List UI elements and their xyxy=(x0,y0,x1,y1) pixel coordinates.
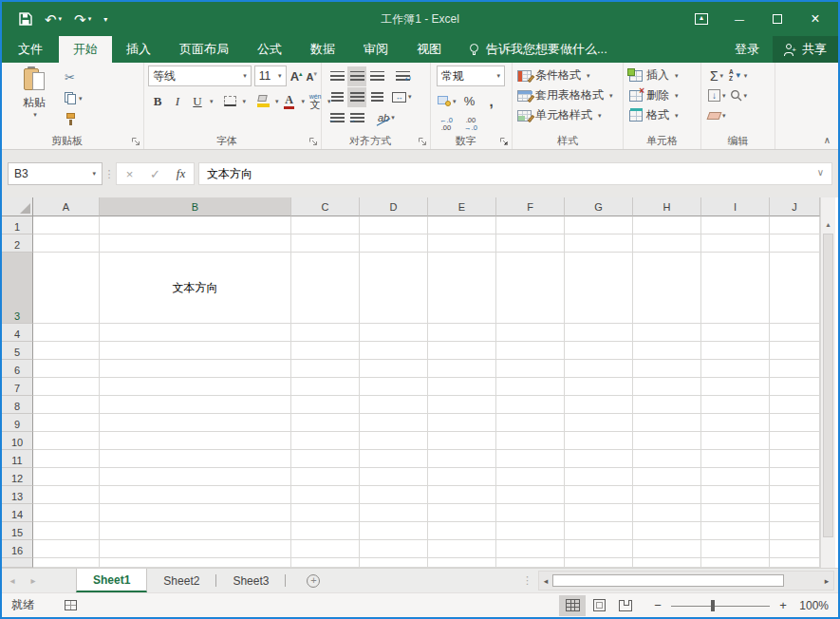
cell[interactable] xyxy=(291,540,360,558)
cell[interactable] xyxy=(633,396,701,414)
clipboard-dialog-launcher[interactable] xyxy=(130,136,141,147)
cell[interactable] xyxy=(496,558,565,568)
scroll-left-button[interactable]: ◂ xyxy=(539,572,552,590)
scroll-up-button[interactable]: ▴ xyxy=(821,216,835,233)
cell[interactable] xyxy=(428,540,496,558)
font-name-select[interactable]: 等线 ▾ xyxy=(148,66,252,86)
cell[interactable] xyxy=(565,468,633,486)
cell[interactable] xyxy=(291,216,360,234)
row-header[interactable]: 6 xyxy=(2,360,33,378)
cell[interactable] xyxy=(565,216,633,234)
bold-button[interactable]: B xyxy=(148,91,167,111)
row-header[interactable]: 4 xyxy=(2,324,33,342)
cell[interactable] xyxy=(291,468,360,486)
conditional-formatting-button[interactable]: 条件格式 ▾ xyxy=(517,66,619,85)
page-break-view-button[interactable] xyxy=(612,595,639,616)
cell[interactable] xyxy=(565,414,633,432)
cell[interactable] xyxy=(360,378,428,396)
row-header[interactable]: 1 xyxy=(2,216,33,234)
tab-review[interactable]: 审阅 xyxy=(349,36,402,63)
insert-cells-button[interactable]: 插入 ▾ xyxy=(629,66,697,85)
cell[interactable] xyxy=(701,432,770,450)
cell[interactable] xyxy=(496,450,565,468)
cell[interactable] xyxy=(701,504,770,522)
column-header[interactable]: B xyxy=(100,197,291,216)
active-cell[interactable]: 文本方向 xyxy=(100,253,291,324)
formula-bar-splitter-icon[interactable]: ⋮ xyxy=(103,168,116,180)
cell[interactable] xyxy=(360,414,428,432)
cell[interactable] xyxy=(33,558,100,568)
cell[interactable] xyxy=(496,504,565,522)
cell[interactable] xyxy=(496,486,565,504)
redo-button[interactable]: ↷ ▾ xyxy=(74,12,91,27)
cell[interactable] xyxy=(428,558,496,568)
row-header[interactable]: 7 xyxy=(2,378,33,396)
cell[interactable] xyxy=(633,378,701,396)
cell[interactable] xyxy=(770,540,820,558)
cell[interactable] xyxy=(770,504,820,522)
comma-style-button[interactable]: , xyxy=(482,91,501,111)
autosum-button[interactable]: Σ▾ xyxy=(707,66,726,85)
cell[interactable] xyxy=(360,253,428,324)
zoom-out-button[interactable]: − xyxy=(652,598,663,612)
expand-formula-bar-icon[interactable]: ∨ xyxy=(817,167,824,178)
cell[interactable] xyxy=(633,450,701,468)
cell[interactable] xyxy=(496,342,565,360)
cell[interactable] xyxy=(565,360,633,378)
cell[interactable] xyxy=(33,360,100,378)
column-header[interactable]: F xyxy=(496,197,565,216)
cell[interactable] xyxy=(33,342,100,360)
cell[interactable] xyxy=(360,504,428,522)
vertical-scroll-thumb[interactable] xyxy=(823,234,833,537)
cell[interactable] xyxy=(496,522,565,540)
page-layout-view-button[interactable] xyxy=(586,595,612,616)
cell[interactable] xyxy=(770,324,820,342)
cell[interactable] xyxy=(633,234,701,253)
cell[interactable] xyxy=(100,342,291,360)
row-header[interactable]: 3 xyxy=(2,253,33,324)
cell[interactable] xyxy=(360,342,428,360)
cell[interactable] xyxy=(701,342,770,360)
cell[interactable] xyxy=(33,324,100,342)
cell[interactable] xyxy=(33,486,100,504)
cell[interactable] xyxy=(428,234,496,253)
cell[interactable] xyxy=(701,234,770,253)
cell[interactable] xyxy=(701,414,770,432)
number-dialog-launcher[interactable] xyxy=(498,136,510,147)
cell[interactable] xyxy=(100,396,291,414)
cell[interactable] xyxy=(291,414,360,432)
cell[interactable] xyxy=(33,396,100,414)
cell[interactable] xyxy=(565,378,633,396)
customize-qat-button[interactable]: ▾ xyxy=(103,15,107,24)
cell[interactable] xyxy=(701,216,770,234)
cell[interactable] xyxy=(565,324,633,342)
select-all-corner[interactable] xyxy=(2,197,33,216)
cell[interactable] xyxy=(428,522,496,540)
cell[interactable] xyxy=(496,324,565,342)
row-header[interactable]: 12 xyxy=(2,468,33,486)
cell[interactable] xyxy=(770,522,820,540)
tab-page-layout[interactable]: 页面布局 xyxy=(165,36,243,63)
cell[interactable] xyxy=(33,450,100,468)
macro-record-icon[interactable] xyxy=(65,600,77,610)
decrease-decimal-button[interactable]: .00→.0 xyxy=(461,114,480,134)
center-button[interactable] xyxy=(347,87,366,107)
sheet-nav-right-button[interactable]: ▸ xyxy=(23,569,44,592)
share-button[interactable]: + 共享 xyxy=(773,36,838,63)
cell[interactable] xyxy=(770,414,820,432)
cell[interactable] xyxy=(100,540,291,558)
row-header[interactable]: 15 xyxy=(2,522,33,540)
name-box[interactable]: B3 ▾ xyxy=(8,162,103,185)
cell[interactable] xyxy=(291,360,360,378)
maximize-button[interactable] xyxy=(758,2,796,36)
column-header[interactable]: H xyxy=(633,197,701,216)
sheet-tab-sheet2[interactable]: Sheet2 xyxy=(147,569,215,592)
cell[interactable] xyxy=(701,253,770,324)
cell[interactable] xyxy=(100,378,291,396)
align-left-button[interactable] xyxy=(327,87,346,107)
italic-button[interactable]: I xyxy=(168,91,187,111)
font-dialog-launcher[interactable] xyxy=(308,136,319,147)
cell[interactable] xyxy=(701,522,770,540)
column-header[interactable]: A xyxy=(33,197,100,216)
cell[interactable] xyxy=(565,504,633,522)
